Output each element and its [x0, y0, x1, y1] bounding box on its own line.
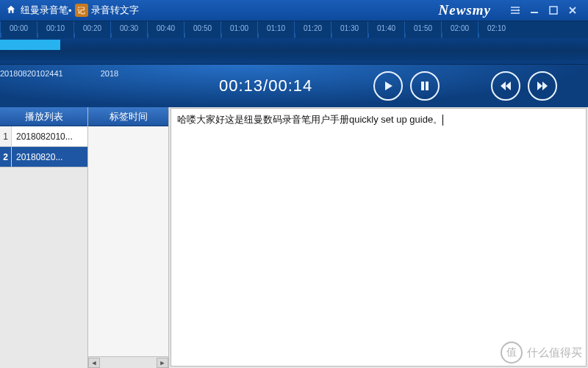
rewind-button[interactable]	[491, 71, 520, 101]
playlist-item-index: 1	[0, 126, 12, 146]
timeline-tick: 02:10	[478, 21, 514, 38]
titlebar: 纽曼录音笔 • 记 录音转文字 Newsmy	[0, 0, 588, 21]
timeline-tick: 00:20	[74, 21, 110, 38]
playlist-item[interactable]: 220180820...	[0, 147, 87, 167]
maximize-button[interactable]	[544, 3, 563, 18]
playlist-panel: 播放列表 12018082010...220180820...	[0, 107, 88, 368]
home-icon[interactable]	[6, 4, 16, 17]
menu-button[interactable]	[506, 3, 525, 18]
bookmark-panel: 标签时间 ◄ ►	[88, 107, 169, 368]
transcript-text: 哈喽大家好这是纽曼数码录音笔用户手册quickly set up guide。	[177, 114, 442, 125]
svg-rect-1	[550, 7, 557, 14]
timeline-tick: 01:50	[404, 21, 441, 38]
timeline-tick: 00:30	[110, 21, 147, 38]
timeline-tick: 01:40	[368, 21, 404, 38]
playlist-item-name: 2018082010...	[12, 126, 87, 146]
time-total: 00:14	[268, 76, 312, 95]
timeline-tick: 00:00	[0, 21, 37, 38]
timeline-tick: 02:00	[441, 21, 478, 38]
playlist-item[interactable]: 12018082010...	[0, 126, 87, 147]
watermark-icon: 值	[501, 342, 523, 364]
timeline-tick: 01:10	[257, 21, 294, 38]
timeline-tick: 00:40	[147, 21, 184, 38]
timeline-tick: 00:10	[37, 21, 74, 38]
bookmark-body	[88, 126, 168, 356]
minimize-button[interactable]	[525, 3, 544, 18]
watermark-text: 什么值得买	[527, 346, 582, 360]
forward-button[interactable]	[528, 71, 557, 101]
playlist-header: 播放列表	[0, 107, 87, 126]
work-area: 播放列表 12018082010...220180820... 标签时间 ◄ ►…	[0, 107, 588, 368]
timeline-tick: 00:50	[184, 21, 220, 38]
text-caret	[442, 115, 443, 126]
brand-logo: Newsmy	[439, 2, 491, 18]
playlist-item-name: 20180820...	[12, 147, 87, 167]
app-title-2: 录音转文字	[91, 4, 139, 17]
svg-rect-3	[426, 82, 429, 90]
close-button[interactable]	[563, 3, 582, 18]
app-badge-icon: 记	[75, 4, 88, 17]
scroll-right-icon[interactable]: ►	[157, 358, 168, 368]
app-title-1: 纽曼录音笔	[21, 4, 68, 17]
play-button[interactable]	[373, 71, 403, 101]
watermark: 值 什么值得买	[501, 342, 582, 364]
scroll-left-icon[interactable]: ◄	[88, 358, 100, 368]
svg-rect-2	[421, 82, 424, 90]
year-label: 2018	[101, 69, 118, 78]
timeline-tick: 01:00	[220, 21, 257, 38]
transcript-area[interactable]: 哈喽大家好这是纽曼数码录音笔用户手册quickly set up guide。	[171, 108, 587, 367]
time-display: 00:13/00:14	[219, 76, 312, 95]
playback-controls: 20180820102441 2018 00:13/00:14	[0, 65, 588, 107]
time-current: 00:13	[219, 76, 263, 95]
bookmark-header: 标签时间	[88, 107, 168, 126]
timeline-tick: 01:30	[331, 21, 368, 38]
svg-rect-0	[531, 12, 538, 13]
timeline-tick: 01:20	[294, 21, 331, 38]
pause-button[interactable]	[410, 71, 440, 101]
horizontal-scrollbar[interactable]: ◄ ►	[88, 356, 168, 368]
timeline-ruler[interactable]: 00:0000:1000:2000:3000:4000:5001:0001:10…	[0, 21, 588, 38]
playlist-item-index: 2	[0, 147, 12, 167]
current-file-label: 20180820102441	[0, 69, 63, 78]
audio-clip[interactable]	[0, 40, 60, 50]
waveform-track[interactable]	[0, 38, 588, 65]
playlist-items: 12018082010...220180820...	[0, 126, 87, 368]
